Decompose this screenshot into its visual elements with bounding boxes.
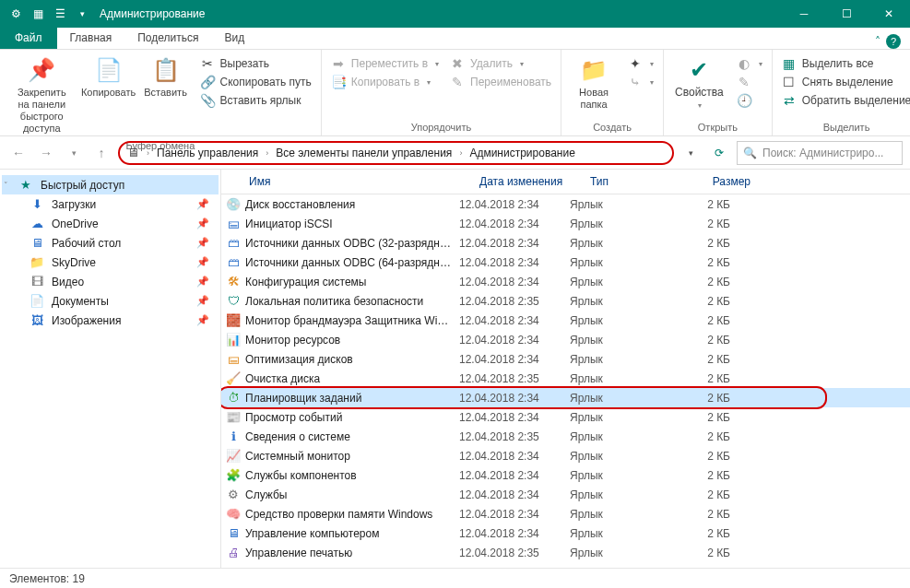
sidebar-item-6[interactable]: 📄Документы📌: [2, 291, 219, 311]
history-button[interactable]: 🕘: [733, 92, 766, 109]
file-row[interactable]: 📰Просмотр событий12.04.2018 2:34Ярлык2 К…: [221, 407, 910, 427]
minimize-button[interactable]: ─: [783, 0, 825, 28]
file-row[interactable]: 🛡Локальная политика безопасности12.04.20…: [221, 291, 910, 311]
select-all-button[interactable]: ▦Выделить все: [778, 55, 910, 72]
file-name: Службы: [242, 488, 452, 501]
maximize-button[interactable]: ☐: [825, 0, 868, 28]
tab-view[interactable]: Вид: [211, 27, 257, 49]
file-row[interactable]: ℹСведения о системе12.04.2018 2:35Ярлык2…: [221, 427, 910, 446]
close-button[interactable]: ✕: [868, 0, 910, 28]
sidebar-item-0[interactable]: ˅★Быстрый доступ: [2, 175, 219, 194]
paste-shortcut-button[interactable]: 📎Вставить ярлык: [196, 92, 315, 109]
sidebar-item-label: Рабочий стол: [52, 237, 121, 250]
invert-selection-button[interactable]: ⇄Обратить выделение: [778, 92, 910, 109]
file-name: Сведения о системе: [242, 430, 452, 443]
file-size: 2 КБ: [682, 430, 738, 443]
rename-icon: ✎: [450, 75, 465, 89]
file-row[interactable]: 📊Монитор ресурсов12.04.2018 2:34Ярлык2 К…: [221, 330, 910, 349]
easy-access-icon: ⤷: [628, 75, 643, 89]
file-row[interactable]: 🧹Очистка диска12.04.2018 2:35Ярлык2 КБ: [221, 369, 910, 388]
move-to-button[interactable]: ➡Переместить в▾: [327, 55, 443, 72]
properties-button[interactable]: ✔ Свойства▾: [669, 52, 729, 115]
qat-dropdown-icon[interactable]: ▾: [72, 4, 92, 24]
copy-path-button[interactable]: 🔗Скопировать путь: [196, 74, 315, 90]
sidebar-item-1[interactable]: ⬇Загрузки📌: [2, 194, 219, 214]
tab-share[interactable]: Поделиться: [124, 27, 211, 49]
chevron-down-icon: ▾: [650, 60, 654, 68]
cut-button[interactable]: ✂Вырезать: [196, 55, 315, 72]
file-row[interactable]: 📈Системный монитор12.04.2018 2:34Ярлык2 …: [221, 446, 910, 465]
file-name: Управление компьютером: [242, 527, 452, 540]
file-name: Просмотр событий: [242, 411, 452, 424]
sidebar-item-2[interactable]: ☁OneDrive📌: [2, 214, 219, 233]
collapse-ribbon-icon[interactable]: ˄: [875, 35, 880, 48]
file-date: 12.04.2018 2:34: [452, 469, 562, 482]
tab-home[interactable]: Главная: [57, 27, 125, 49]
file-row[interactable]: ⚙Службы12.04.2018 2:34Ярлык2 КБ: [221, 485, 910, 504]
help-icon[interactable]: ?: [886, 34, 901, 49]
file-row[interactable]: 🖥Управление компьютером12.04.2018 2:34Яр…: [221, 523, 910, 543]
file-row[interactable]: 🧠Средство проверки памяти Windows12.04.2…: [221, 504, 910, 523]
tab-file[interactable]: Файл: [0, 27, 57, 49]
open-button[interactable]: ◐▾: [733, 55, 766, 72]
delete-button[interactable]: ✖Удалить▾: [446, 55, 555, 72]
col-size[interactable]: Размер: [703, 173, 758, 190]
forward-button[interactable]: →: [35, 142, 57, 164]
file-icon: 🧱: [225, 313, 242, 327]
file-icon: 🧹: [225, 371, 242, 385]
edit-button[interactable]: ✎: [733, 74, 766, 90]
file-name: Диск восстановления: [242, 198, 452, 211]
qat-icon-1[interactable]: ⚙: [6, 4, 26, 24]
address-bar: ← → ▾ ↑ 🖥 › Панель управления › Все элем…: [0, 136, 910, 170]
search-placeholder: Поиск: Администриро...: [762, 147, 883, 159]
file-row[interactable]: 🛠Конфигурация системы12.04.2018 2:34Ярлы…: [221, 272, 910, 291]
file-row[interactable]: 🖨Управление печатью12.04.2018 2:35Ярлык2…: [221, 543, 910, 562]
history-dropdown-button[interactable]: ▾: [680, 142, 702, 164]
sidebar-item-5[interactable]: 🎞Видео📌: [2, 272, 219, 291]
recent-locations-button[interactable]: ▾: [63, 142, 85, 164]
file-icon: 📰: [225, 410, 242, 424]
file-row[interactable]: ⏱Планировщик заданий12.04.2018 2:34Ярлык…: [221, 388, 910, 407]
col-type[interactable]: Тип: [583, 173, 703, 190]
select-none-button[interactable]: ☐Снять выделение: [778, 74, 910, 90]
file-date: 12.04.2018 2:34: [452, 411, 562, 424]
rename-button[interactable]: ✎Переименовать: [446, 74, 555, 90]
refresh-button[interactable]: ⟳: [707, 141, 731, 165]
crumb-3[interactable]: Администрирование: [466, 147, 578, 159]
qat-icon-3[interactable]: ☰: [50, 4, 70, 24]
crumb-1[interactable]: Панель управления: [153, 147, 262, 159]
col-name[interactable]: Имя: [242, 173, 472, 190]
new-item-button[interactable]: ✦▾: [624, 55, 657, 72]
file-type: Ярлык: [562, 198, 682, 211]
file-name: Монитор ресурсов: [242, 334, 452, 347]
file-name: Локальная политика безопасности: [242, 295, 452, 308]
sidebar-item-4[interactable]: 📁SkyDrive📌: [2, 253, 219, 272]
file-row[interactable]: 🧱Монитор брандмауэра Защитника Win...12.…: [221, 311, 910, 330]
qat-icon-2[interactable]: ▦: [28, 4, 48, 24]
copy-path-icon: 🔗: [200, 75, 215, 89]
copy-button[interactable]: 📄 Копировать: [82, 52, 136, 102]
up-button[interactable]: ↑: [90, 142, 112, 164]
new-folder-button[interactable]: 📁 Новая папка: [567, 52, 620, 114]
file-row[interactable]: 🧩Службы компонентов12.04.2018 2:34Ярлык2…: [221, 465, 910, 485]
file-type: Ярлык: [562, 488, 682, 501]
sidebar-item-3[interactable]: 🖥Рабочий стол📌: [2, 233, 219, 253]
expand-icon[interactable]: ˅: [4, 181, 8, 190]
file-row[interactable]: 🖴Инициатор iSCSI12.04.2018 2:34Ярлык2 КБ: [221, 214, 910, 233]
sidebar-item-icon: ⬇: [30, 197, 44, 211]
paste-button[interactable]: 📋 Вставить: [139, 52, 193, 102]
breadcrumb[interactable]: 🖥 › Панель управления › Все элементы пан…: [118, 141, 674, 165]
sidebar-item-7[interactable]: 🖼Изображения📌: [2, 311, 219, 330]
file-row[interactable]: 💿Диск восстановления12.04.2018 2:34Ярлык…: [221, 194, 910, 214]
search-input[interactable]: 🔍 Поиск: Администриро...: [737, 141, 903, 165]
file-row[interactable]: 🗃Источники данных ODBC (32-разрядна...12…: [221, 233, 910, 253]
copy-to-button[interactable]: 📑Копировать в▾: [327, 74, 443, 90]
col-date[interactable]: Дата изменения: [472, 173, 583, 190]
easy-access-button[interactable]: ⤷▾: [624, 74, 657, 90]
crumb-2[interactable]: Все элементы панели управления: [272, 147, 455, 159]
file-row[interactable]: 🖴Оптимизация дисков12.04.2018 2:34Ярлык2…: [221, 349, 910, 369]
file-type: Ярлык: [562, 469, 682, 482]
pin-quick-access-button[interactable]: 📌 Закрепить на панели быстрого доступа: [6, 52, 78, 138]
back-button[interactable]: ←: [7, 142, 30, 164]
file-row[interactable]: 🗃Источники данных ODBC (64-разрядна...12…: [221, 253, 910, 272]
